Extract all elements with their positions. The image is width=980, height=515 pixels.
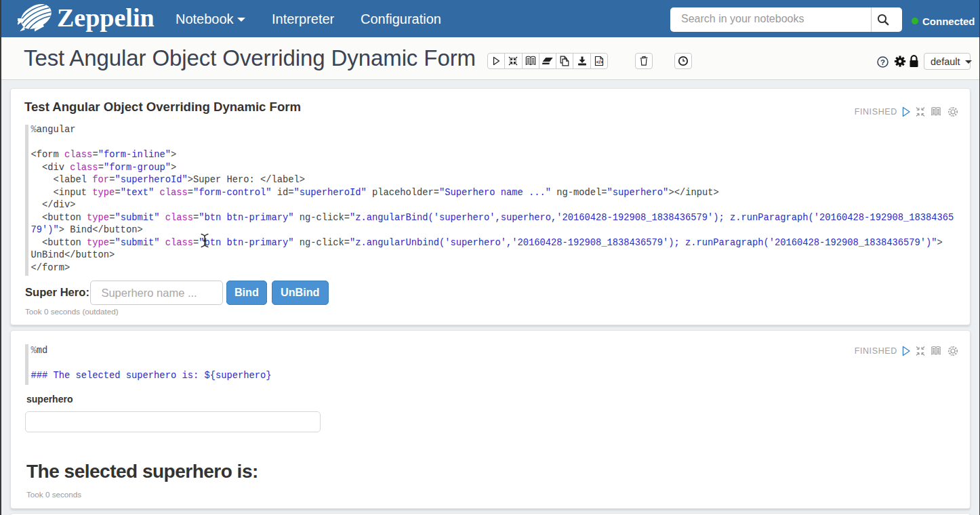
svg-text:</>: </> (596, 60, 603, 64)
svg-text:?: ? (880, 58, 885, 66)
